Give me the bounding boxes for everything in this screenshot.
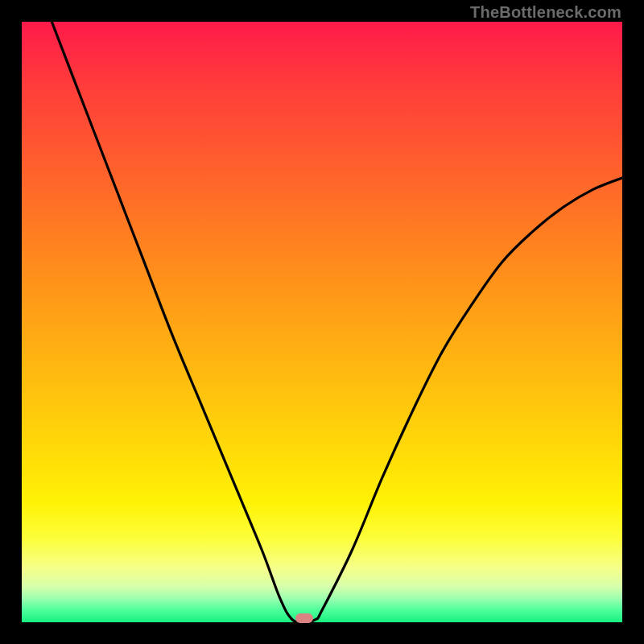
plot-area	[22, 22, 622, 622]
curve-svg	[22, 22, 622, 622]
attribution-text: TheBottleneck.com	[470, 3, 621, 22]
bottleneck-curve	[52, 22, 622, 622]
chart-frame: TheBottleneck.com	[0, 0, 644, 644]
optimum-marker	[295, 613, 313, 623]
